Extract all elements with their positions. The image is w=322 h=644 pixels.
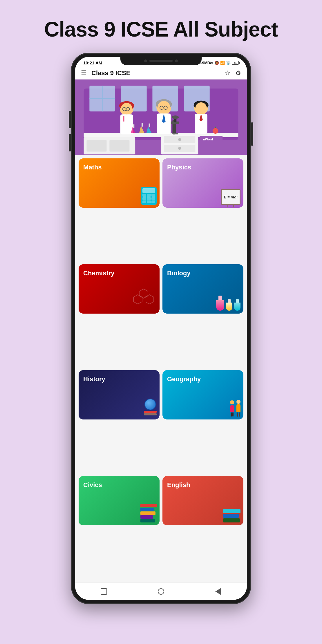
phone-notch	[120, 57, 202, 65]
svg-rect-23	[172, 133, 178, 134]
subject-card-history[interactable]: History	[79, 370, 160, 419]
toolbar-left: ☰ Class 9 ICSE	[81, 69, 131, 77]
subject-card-chemistry[interactable]: Chemistry	[79, 264, 160, 314]
subject-card-geography[interactable]: Geography	[162, 370, 243, 419]
svg-marker-49	[139, 289, 148, 298]
subject-card-english[interactable]: English	[162, 476, 243, 525]
subject-label-maths: Maths	[83, 164, 155, 171]
svg-point-16	[178, 147, 181, 150]
svg-rect-10	[86, 140, 106, 151]
svg-text:nWord: nWord	[203, 138, 213, 141]
nav-recent-button[interactable]	[97, 584, 111, 599]
geography-illustration	[230, 400, 240, 417]
subject-label-geography: Geography	[167, 375, 239, 383]
biology-illustration	[216, 296, 240, 311]
subject-label-english: English	[167, 481, 239, 489]
nav-back-button[interactable]	[211, 584, 225, 599]
page-title: Class 9 ICSE All Subject	[44, 17, 278, 41]
english-illustration	[223, 509, 240, 522]
power-button[interactable]	[251, 122, 253, 146]
subject-label-physics: Physics	[167, 164, 239, 171]
battery-icon: 51	[232, 61, 239, 65]
svg-rect-44	[133, 124, 134, 128]
wifi-icon: 📡	[226, 61, 231, 65]
phone-screen: 10:21 AM 1.9MB/s 🔕 📶 📡 51 ☰ Class 9 ICSE…	[75, 57, 247, 600]
menu-icon[interactable]: ☰	[81, 69, 87, 77]
svg-rect-25	[120, 114, 133, 134]
svg-rect-45	[142, 123, 143, 127]
toolbar-right: ☆ ⚙	[225, 69, 241, 77]
svg-rect-46	[149, 124, 150, 127]
subject-card-civics[interactable]: Civics	[79, 476, 160, 525]
physics-illustration: E = mc²	[221, 189, 240, 205]
subject-card-biology[interactable]: Biology	[162, 264, 243, 314]
svg-point-22	[172, 115, 179, 119]
status-icons: 1.9MB/s 🔕 📶 📡 51	[199, 61, 239, 65]
civics-illustration	[140, 504, 157, 522]
subject-label-chemistry: Chemistry	[83, 269, 155, 277]
navigation-bar	[75, 583, 247, 600]
camera-dot	[144, 59, 147, 62]
toolbar: ☰ Class 9 ICSE ☆ ⚙	[75, 67, 247, 79]
star-icon[interactable]: ☆	[225, 69, 231, 77]
subjects-grid: Maths Physics	[75, 155, 247, 583]
phone-frame: 10:21 AM 1.9MB/s 🔕 📶 📡 51 ☰ Class 9 ICSE…	[71, 53, 251, 604]
maths-illustration	[141, 187, 157, 205]
subject-label-biology: Biology	[167, 269, 239, 277]
subject-label-history: History	[83, 375, 155, 383]
svg-point-42	[195, 102, 207, 114]
settings-icon[interactable]: ⚙	[235, 69, 241, 77]
svg-point-15	[178, 138, 181, 141]
subject-card-maths[interactable]: Maths	[79, 158, 160, 208]
subject-label-civics: Civics	[83, 481, 155, 489]
history-illustration	[144, 399, 157, 417]
subject-card-physics[interactable]: Physics E = mc²	[162, 158, 243, 208]
volume-up-button[interactable]	[69, 111, 71, 128]
toolbar-title: Class 9 ICSE	[91, 69, 131, 77]
svg-rect-26	[123, 116, 124, 122]
svg-marker-50	[145, 295, 154, 304]
speaker	[149, 60, 173, 62]
signal-icon: 📶	[220, 61, 225, 65]
status-time: 10:21 AM	[83, 60, 102, 65]
banner: nWord	[75, 79, 247, 155]
sensor-dot	[175, 59, 178, 62]
mute-icon: 🔕	[214, 61, 219, 65]
volume-down-button[interactable]	[69, 134, 71, 151]
nav-home-button[interactable]	[154, 584, 168, 599]
svg-marker-51	[133, 295, 142, 304]
svg-rect-11	[109, 140, 129, 151]
svg-point-47	[213, 128, 218, 134]
